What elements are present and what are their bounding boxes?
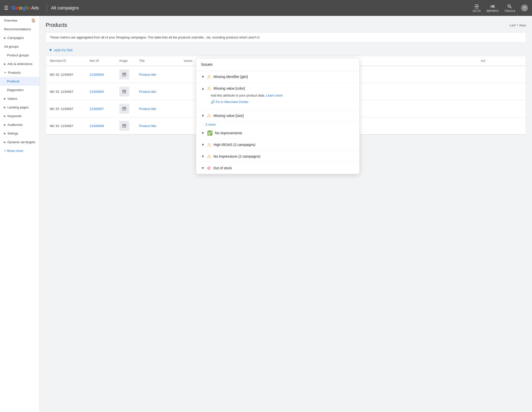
image-cell: [115, 66, 135, 83]
fix-in-merchant-center-link[interactable]: 🔗 Fix in Merchant Center: [211, 99, 354, 105]
nav-divider: [47, 4, 47, 12]
sidebar-item-adgroups[interactable]: Ad groups: [0, 42, 39, 51]
sidebar-item-overview[interactable]: Overview 🏠: [0, 16, 39, 25]
external-link-icon: 🔗: [211, 99, 215, 105]
expand-icon: ▶: [4, 123, 6, 126]
act-cell: [477, 100, 526, 117]
chevron-down-icon: ▼: [201, 114, 205, 118]
sidebar-item-recommendations[interactable]: Recommendations: [0, 25, 39, 34]
sidebar-item-dynamic-ad-targets[interactable]: ▶ Dynamic ad targets: [0, 138, 39, 146]
page-title: Products: [46, 22, 67, 28]
sidebar-item-ads-extensions[interactable]: ▶ Ads & extensions: [0, 60, 39, 68]
product-image: [119, 121, 129, 131]
item-id-cell[interactable]: 12345605: [86, 83, 115, 100]
sidebar-item-audiences[interactable]: ▶ Audiences: [0, 120, 39, 129]
warning-icon: ⚠: [207, 86, 211, 91]
issues-panel-header: Issues: [196, 58, 359, 71]
expand-icon: ▶: [4, 141, 6, 143]
col-header-merchant: Merchant ID: [46, 56, 86, 66]
last-days-label: Last 7 days: [510, 23, 526, 27]
sidebar-item-landing-pages[interactable]: ▶ Landing pages: [0, 103, 39, 112]
merchant-id-cell: MC ID: 1234567: [46, 117, 86, 135]
title-cell[interactable]: Product title: [135, 66, 180, 83]
expand-icon: ▶: [4, 36, 6, 39]
chevron-down-icon: ▼: [201, 154, 205, 158]
filter-icon: ▼: [49, 48, 53, 52]
sidebar-item-products-parent[interactable]: ▼ Products: [0, 68, 39, 77]
sidebar-item-label: Ads & extensions: [7, 62, 32, 66]
sidebar-item-label: Recommendations: [4, 27, 31, 31]
issue-detail: Add this attribute to your product data.…: [201, 91, 354, 107]
warning-icon: ⚠: [207, 113, 211, 118]
issue-label: Missing identifier [gtin]: [214, 75, 248, 79]
warning-icon: ⚠: [207, 154, 211, 159]
sidebar-item-keywords[interactable]: ▶ Keywords: [0, 112, 39, 120]
issue-row-no-improvements: ▼ ✅ No improvements: [196, 127, 359, 139]
item-id-cell[interactable]: 12345604: [86, 66, 115, 83]
sidebar-item-campaigns[interactable]: ▶ Campaigns: [0, 34, 39, 42]
sidebar-item-label: Setings: [7, 132, 18, 135]
sidebar-item-settings[interactable]: ▶ Setings: [0, 129, 39, 138]
issue-row-missing-size: ▼ ⚠ Missing value [size]: [196, 110, 359, 122]
reports-button[interactable]: REPORTS: [487, 4, 499, 12]
expand-icon: ▶: [4, 97, 6, 100]
warning-icon: ⚠: [207, 74, 211, 79]
issue-label: Missing value [color]: [214, 86, 245, 90]
sidebar-item-label: Dynamic ad targets: [7, 140, 35, 144]
logo: G o o g l e Ads: [11, 5, 39, 11]
issue-label: No improvements: [215, 131, 242, 135]
check-circle-icon: ✅: [207, 130, 213, 136]
topnav: ☰ G o o g l e Ads All campaigns GO TO RE…: [0, 0, 532, 16]
sidebar-item-label: Landing pages: [7, 105, 29, 109]
product-image: [119, 104, 129, 114]
issues-panel: Issues ▼ ⚠ Missing identifier [gtin] ▲ ⚠…: [196, 58, 360, 174]
sidebar-item-products[interactable]: Products: [0, 77, 39, 86]
learn-more-link[interactable]: Learn more: [266, 94, 282, 97]
item-id-cell[interactable]: 12345608: [86, 117, 115, 135]
chevron-down-icon: ▼: [201, 166, 205, 170]
title-cell[interactable]: Product title: [135, 100, 180, 117]
home-icon: 🏠: [31, 18, 35, 22]
product-image: [119, 69, 129, 79]
issue-label: High tROAS (2 campaigns): [214, 143, 255, 147]
filter-bar: ▼ ADD FILTER: [46, 46, 526, 54]
show-more-button[interactable]: + Show more: [0, 146, 39, 155]
sidebar-item-videos[interactable]: ▶ Videos: [0, 94, 39, 103]
chevron-down-icon: ▼: [201, 75, 205, 79]
warning-icon: ⚠: [207, 142, 211, 147]
help-button[interactable]: ?: [521, 4, 528, 11]
expand-icon: ▶: [4, 63, 6, 65]
issue-row-no-impressions: ▼ ⚠ No impressions (2 campaigns): [196, 151, 359, 162]
main-content: Products Last 7 days These metrics are a…: [40, 16, 532, 412]
more-issues-link[interactable]: 2 more: [196, 122, 359, 127]
goto-button[interactable]: GO TO: [473, 4, 481, 12]
title-cell[interactable]: Product title: [135, 117, 180, 135]
add-filter-button[interactable]: ▼ ADD FILTER: [46, 46, 76, 54]
tools-settings-button[interactable]: TOOLS &: [504, 4, 515, 12]
issue-label: Missing value [size]: [214, 114, 244, 118]
issue-row-missing-identifier: ▼ ⚠ Missing identifier [gtin]: [196, 71, 359, 83]
col-header-itemid: Item ID: [86, 56, 115, 66]
expand-icon: ▶: [4, 106, 6, 109]
sidebar-item-label: Audiences: [7, 123, 23, 127]
sidebar-item-diagnostics[interactable]: Diagnostics: [0, 86, 39, 94]
col-header-image: Image: [115, 56, 135, 66]
issue-row-high-troas: ▼ ⚠ High tROAS (2 campaigns): [196, 139, 359, 151]
sidebar-item-product-groups[interactable]: Product groups: [0, 51, 39, 60]
issue-row-missing-color: ▲ ⚠ Missing value [color] Add this attri…: [196, 83, 359, 110]
sidebar-item-label: Diagnostics: [7, 88, 24, 92]
merchant-id-cell: MC ID: 1234567: [46, 83, 86, 100]
sidebar-item-label: Campaigns: [7, 36, 24, 40]
image-cell: [115, 117, 135, 135]
merchant-id-cell: MC ID: 1234567: [46, 100, 86, 117]
sidebar-item-label: Products: [7, 79, 20, 83]
title-cell[interactable]: Product title: [135, 83, 180, 100]
issue-label: Out of stock: [213, 166, 232, 170]
image-cell: [115, 83, 135, 100]
hamburger-icon[interactable]: ☰: [4, 5, 8, 11]
error-circle-icon: ⊘: [207, 165, 211, 171]
sidebar-item-label: Videos: [7, 97, 17, 101]
expand-icon: ▶: [4, 132, 6, 135]
item-id-cell[interactable]: 12345607: [86, 100, 115, 117]
act-cell: [477, 117, 526, 135]
